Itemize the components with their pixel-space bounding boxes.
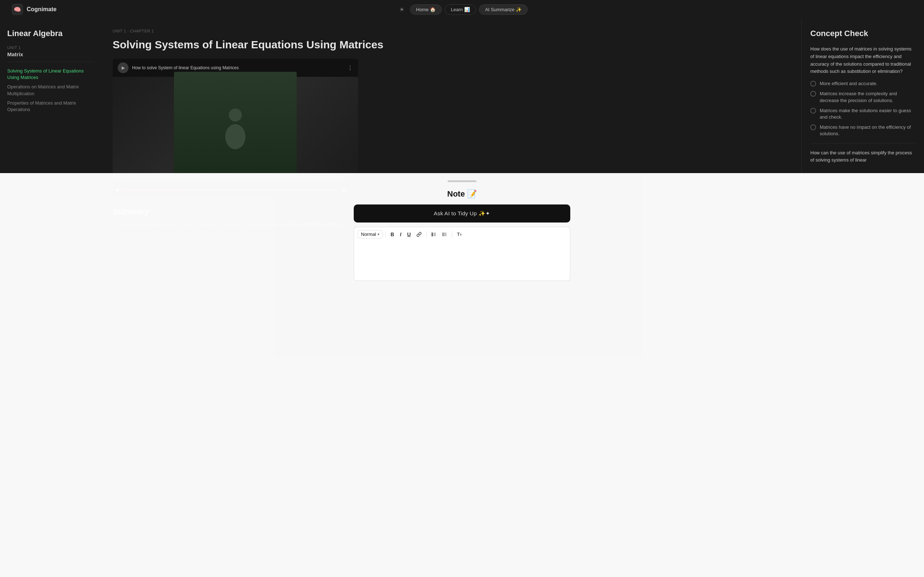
navbar: 🧠 Cognimate ☀ Home 🏠 Learn 📊 AI Summariz… xyxy=(0,0,924,19)
option-1[interactable]: More efficient and accurate. xyxy=(810,81,915,87)
sidebar-title: Linear Algebra xyxy=(7,29,94,38)
chapter-title: Solving Systems of Linear Equations Usin… xyxy=(113,37,790,52)
svg-point-13 xyxy=(443,235,444,236)
note-editor[interactable] xyxy=(354,241,570,281)
toolbar-divider-2 xyxy=(426,231,426,238)
video-person-thumbnail xyxy=(174,72,297,184)
ordered-list-button[interactable]: 1 2 3 xyxy=(430,231,438,238)
radio-circle-3[interactable] xyxy=(810,108,816,114)
option-2-label: Matrices increase the complexity and dec… xyxy=(820,90,915,103)
option-3[interactable]: Matrices make the solutions easier to gu… xyxy=(810,108,915,121)
video-more-button[interactable]: ⋮ xyxy=(347,64,353,71)
clear-format-button[interactable]: Tx xyxy=(455,230,464,238)
ordered-list-icon: 1 2 3 xyxy=(431,232,436,237)
unordered-list-icon xyxy=(442,232,447,237)
question-1-text: How does the use of matrices in solving … xyxy=(810,45,915,76)
option-3-label: Matrices make the solutions easier to gu… xyxy=(820,108,915,121)
link-button[interactable] xyxy=(415,231,423,238)
radio-circle-4[interactable] xyxy=(810,124,816,130)
learn-nav-link[interactable]: Learn 📊 xyxy=(445,4,476,15)
svg-point-1 xyxy=(225,124,246,149)
brand-logo: 🧠 xyxy=(11,3,23,15)
style-select-wrap[interactable]: Normal ▾ xyxy=(358,230,383,239)
theme-toggle-button[interactable]: ☀ xyxy=(396,4,407,15)
navbar-center: ☀ Home 🏠 Learn 📊 AI Summarize ✨ xyxy=(396,4,528,15)
editor-toolbar: Normal ▾ B I U xyxy=(354,227,570,241)
video-avatar: ▶ xyxy=(118,62,129,73)
svg-point-0 xyxy=(229,108,242,121)
radio-circle-1[interactable] xyxy=(810,81,816,87)
svg-point-11 xyxy=(443,233,444,233)
person-silhouette xyxy=(221,106,250,149)
editor-wrapper: Normal ▾ B I U xyxy=(354,227,570,281)
sidebar-section-title: Matrix xyxy=(7,51,94,57)
brand: 🧠 Cognimate xyxy=(11,3,57,15)
modal-drag-handle[interactable] xyxy=(447,180,477,182)
modal-content: Ask AI to Tidy Up ✨✦ Normal ▾ B I U xyxy=(354,205,570,281)
svg-point-12 xyxy=(443,234,444,235)
italic-button[interactable]: I xyxy=(398,230,403,239)
modal-title: Note 📝 xyxy=(447,189,477,199)
link-icon xyxy=(417,232,422,237)
option-4-label: Matrices have no impact on the efficienc… xyxy=(820,124,915,137)
ask-ai-tidy-button[interactable]: Ask AI to Tidy Up ✨✦ xyxy=(354,205,570,222)
sidebar-unit-label: UNIT 1 xyxy=(7,45,94,50)
style-label: Normal xyxy=(361,232,376,237)
chevron-down-icon: ▾ xyxy=(378,232,380,236)
sidebar-divider xyxy=(7,62,94,62)
option-1-label: More efficient and accurate. xyxy=(820,81,877,87)
question-divider xyxy=(810,143,915,143)
sidebar-item-properties[interactable]: Properties of Matrices and Matrix Operat… xyxy=(7,98,94,114)
sidebar-item-operations[interactable]: Operations on Matrices and Matrix Multip… xyxy=(7,82,94,98)
ai-summarize-nav-button[interactable]: AI Summarize ✨ xyxy=(479,4,528,15)
svg-text:3: 3 xyxy=(432,234,433,236)
underline-button[interactable]: U xyxy=(405,230,412,239)
radio-circle-2[interactable] xyxy=(810,91,816,97)
breadcrumb: UNIT 1 · CHAPTER 1 xyxy=(113,29,790,33)
note-modal: Note 📝 Ask AI to Tidy Up ✨✦ Normal ▾ B I… xyxy=(0,173,924,577)
option-4[interactable]: Matrices have no impact on the efficienc… xyxy=(810,124,915,137)
brand-name: Cognimate xyxy=(27,6,57,13)
video-title-text: How to solve System of linear Equations … xyxy=(132,65,344,70)
toolbar-divider-1 xyxy=(386,231,386,238)
unordered-list-button[interactable] xyxy=(440,231,449,238)
sidebar-item-solving[interactable]: Solving Systems of Linear Equations Usin… xyxy=(7,66,94,82)
home-nav-link[interactable]: Home 🏠 xyxy=(410,4,442,15)
concept-check-title: Concept Check xyxy=(810,29,915,38)
option-2[interactable]: Matrices increase the complexity and dec… xyxy=(810,90,915,103)
question-2-text: How can the use of matrices simplify the… xyxy=(810,149,915,164)
bold-button[interactable]: B xyxy=(389,230,396,239)
